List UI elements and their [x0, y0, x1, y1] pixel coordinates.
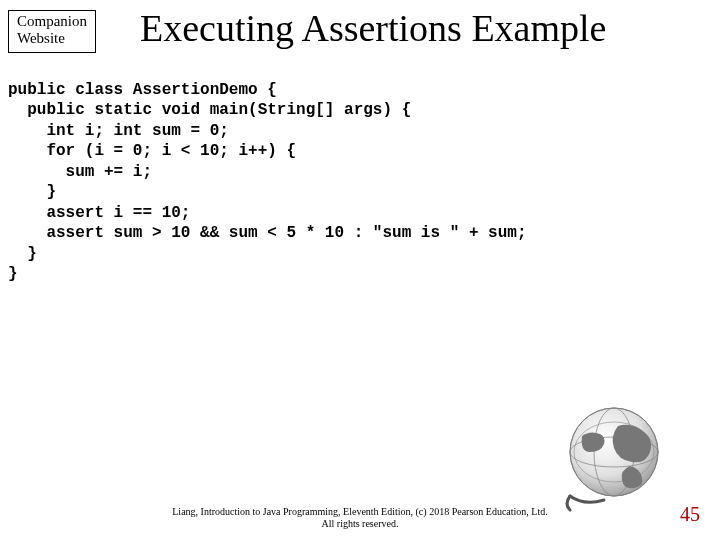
footer-line1: Liang, Introduction to Java Programming,…: [0, 506, 720, 518]
slide-title: Executing Assertions Example: [140, 6, 710, 50]
slide: Companion Website Executing Assertions E…: [0, 0, 720, 540]
page-number: 45: [680, 503, 700, 526]
badge-line2: Website: [17, 30, 87, 47]
code-block: public class AssertionDemo { public stat…: [8, 80, 712, 285]
footer: Liang, Introduction to Java Programming,…: [0, 506, 720, 530]
footer-line2: All rights reserved.: [0, 518, 720, 530]
companion-website-badge: Companion Website: [8, 10, 96, 53]
globe-icon: [552, 396, 672, 516]
badge-line1: Companion: [17, 13, 87, 30]
